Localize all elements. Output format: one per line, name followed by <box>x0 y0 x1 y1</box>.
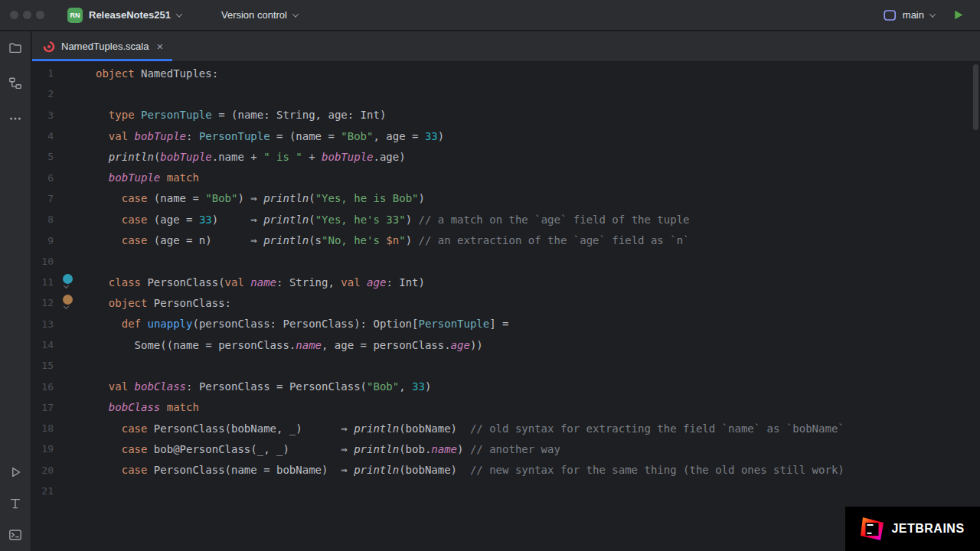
object-icon[interactable] <box>63 295 73 305</box>
gutter <box>54 314 96 334</box>
code-text: bobClass match <box>96 401 980 413</box>
code-text: val bobTuple: PersonTuple = (name = "Bob… <box>96 130 980 142</box>
gutter <box>54 439 96 459</box>
editor[interactable]: 1object NamedTuples:23 type PersonTuple … <box>32 63 980 551</box>
gutter <box>54 481 96 501</box>
code-line[interactable]: 18 case PersonClass(bobName, _) ⇒ printl… <box>32 418 980 439</box>
gutter <box>54 63 96 83</box>
project-selector[interactable]: RN ReleaseNotes251 <box>61 4 188 27</box>
line-number: 13 <box>32 318 54 330</box>
line-number: 14 <box>32 339 54 350</box>
code-area: 1object NamedTuples:23 type PersonTuple … <box>32 63 980 501</box>
code-text: case bob@PersonClass(_, _) ⇒ println(bob… <box>96 443 980 455</box>
code-text: object NamedTuples: <box>96 67 980 80</box>
code-line[interactable]: 16 val bobClass: PersonClass = PersonCla… <box>32 376 980 396</box>
gutter <box>54 83 96 104</box>
code-text: println(bobTuple.name + " is " + bobTupl… <box>96 151 980 163</box>
code-line[interactable]: 8 case (age = 33) ⇒ println("Yes, he's 3… <box>32 209 980 230</box>
line-number: 9 <box>32 235 54 246</box>
jetbrains-wordmark: JETBRAINS <box>891 522 964 536</box>
terminal-tool-window-button[interactable] <box>3 523 28 547</box>
gutter <box>54 230 96 250</box>
maximize-button[interactable] <box>36 11 44 19</box>
structure-icon <box>8 77 22 90</box>
project-folder-icon <box>8 41 22 55</box>
code-line[interactable]: 12 object PersonClass: <box>32 292 980 313</box>
console-tool-icon <box>8 497 22 510</box>
run-icon <box>952 8 965 21</box>
code-text: class PersonClass(val name: String, val … <box>96 276 980 289</box>
code-line[interactable]: 20 case PersonClass(name = bobName) ⇒ pr… <box>32 460 980 481</box>
code-line[interactable]: 21 <box>32 481 980 501</box>
version-control-menu[interactable]: Version control <box>215 5 304 24</box>
code-line[interactable]: 13 def unapply(personClass: PersonClass)… <box>32 314 980 334</box>
chevron-down-icon <box>292 11 299 17</box>
gutter <box>54 167 96 187</box>
code-text: case (age = n) ⇒ println(s"No, he's $n")… <box>96 234 980 246</box>
scala-file-icon <box>43 41 55 53</box>
line-number: 1 <box>32 67 54 79</box>
project-tool-button[interactable] <box>3 36 28 60</box>
code-line[interactable]: 7 case (name = "Bob") ⇒ println("Yes, he… <box>32 188 980 209</box>
scrollbar-thumb[interactable] <box>973 64 978 130</box>
line-number: 10 <box>32 256 54 267</box>
code-line[interactable]: 15 <box>32 355 980 376</box>
chevron-down-icon <box>929 11 936 17</box>
console-tool-window-button[interactable] <box>3 491 28 516</box>
more-tool-windows-button[interactable] <box>3 106 28 131</box>
run-tool-window-button[interactable] <box>3 460 28 484</box>
jetbrains-watermark: JETBRAINS <box>845 507 980 551</box>
editor-tab-bar: NamedTuples.scala × <box>32 31 980 62</box>
tab-close-icon[interactable]: × <box>156 41 163 52</box>
run-tool-icon <box>8 465 22 479</box>
code-line[interactable]: 6 bobTuple match <box>32 167 980 187</box>
gutter <box>54 418 96 439</box>
code-line[interactable]: 10 <box>32 251 980 272</box>
window-controls <box>10 11 44 19</box>
code-line[interactable]: 4 val bobTuple: PersonTuple = (name = "B… <box>32 126 980 146</box>
code-line[interactable]: 17 bobClass match <box>32 397 980 418</box>
code-text: case PersonClass(bobName, _) ⇒ println(b… <box>96 422 980 435</box>
gutter <box>54 334 96 355</box>
project-avatar: RN <box>67 8 83 23</box>
branch-widget[interactable]: main <box>877 5 941 25</box>
line-number: 21 <box>32 485 54 497</box>
title-bar: RN ReleaseNotes251 Version control main <box>0 0 980 31</box>
code-line[interactable]: 11 class PersonClass(val name: String, v… <box>32 272 980 292</box>
project-name: ReleaseNotes251 <box>89 9 171 21</box>
fold-chevron-icon[interactable] <box>64 304 69 309</box>
code-text: type PersonTuple = (name: String, age: I… <box>96 109 980 121</box>
tab-namedtuples-scala[interactable]: NamedTuples.scala × <box>32 31 172 61</box>
code-text: object PersonClass: <box>96 297 980 309</box>
run-button[interactable] <box>946 5 971 25</box>
gutter <box>54 397 96 418</box>
code-text: bobTuple match <box>96 171 980 184</box>
version-control-label: Version control <box>221 9 287 21</box>
code-line[interactable]: 2 <box>32 83 980 104</box>
gutter <box>54 126 96 146</box>
code-line[interactable]: 19 case bob@PersonClass(_, _) ⇒ println(… <box>32 439 980 459</box>
code-line[interactable]: 5 println(bobTuple.name + " is " + bobTu… <box>32 146 980 167</box>
code-line[interactable]: 3 type PersonTuple = (name: String, age:… <box>32 105 980 126</box>
fold-chevron-icon[interactable] <box>64 283 69 289</box>
gutter <box>54 460 96 481</box>
line-number: 12 <box>32 297 54 308</box>
chevron-down-icon <box>176 11 182 17</box>
terminal-tool-icon <box>8 528 22 542</box>
line-number: 2 <box>32 88 54 99</box>
minimize-button[interactable] <box>23 11 31 19</box>
line-number: 17 <box>32 402 54 413</box>
close-button[interactable] <box>10 11 18 19</box>
line-number: 11 <box>32 276 54 288</box>
code-line[interactable]: 9 case (age = n) ⇒ println(s"No, he's $n… <box>32 230 980 250</box>
code-line[interactable]: 1object NamedTuples: <box>32 63 980 83</box>
gutter <box>54 376 96 396</box>
code-text: def unapply(personClass: PersonClass): O… <box>96 318 980 330</box>
code-line[interactable]: 14 Some((name = personClass.name, age = … <box>32 334 980 355</box>
vcs-widget-icon <box>884 9 897 21</box>
class-icon[interactable] <box>63 274 73 284</box>
gutter <box>54 146 96 167</box>
structure-tool-button[interactable] <box>3 71 28 96</box>
line-number: 7 <box>32 193 54 204</box>
gutter <box>54 188 96 209</box>
